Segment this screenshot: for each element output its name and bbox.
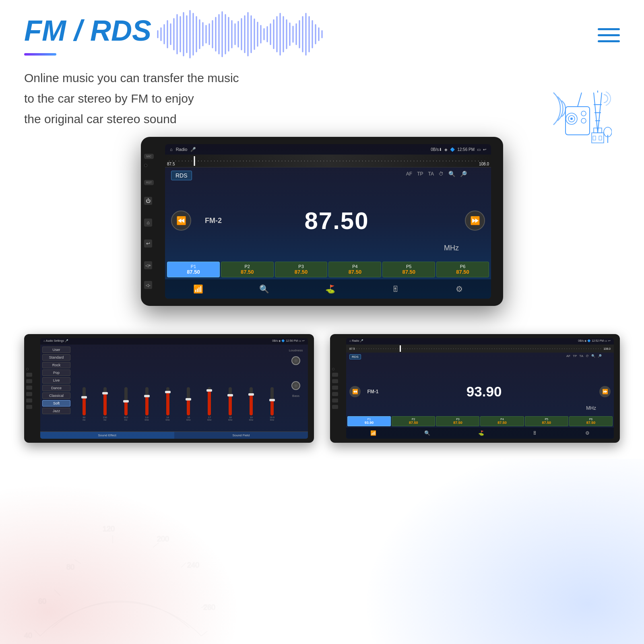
svg-rect-51 [273, 19, 275, 49]
fm-small-preset-1[interactable]: P1 93.90 [347, 416, 391, 426]
eq-preset-dance[interactable]: Dance [42, 385, 70, 391]
fm-small-preset-4[interactable]: P4 87.50 [480, 416, 524, 426]
search-dec-icon[interactable]: 🔍 [448, 171, 455, 177]
fm-map-icon[interactable]: ⛳ [478, 430, 484, 436]
fm-mic-hole [332, 368, 334, 370]
tp-button[interactable]: TP [417, 171, 423, 177]
fm-search-icon[interactable]: 🔍 [424, 430, 430, 436]
eq-home[interactable] [26, 386, 32, 390]
fm-small-preset-3[interactable]: P3 87.50 [436, 416, 479, 426]
eq-right-controls: Loudness Bass [286, 347, 306, 429]
svg-rect-59 [299, 20, 300, 48]
fm-settings-icon[interactable]: ⚙ [585, 430, 590, 436]
sound-effect-tab[interactable]: Sound Effect [40, 431, 174, 439]
svg-rect-60 [302, 16, 303, 52]
status-battery-icon: ▭ [477, 147, 481, 152]
bass-label: Bass [292, 394, 299, 398]
svg-rect-28 [199, 19, 200, 49]
preset-3[interactable]: P3 87.50 [275, 262, 328, 277]
svg-rect-49 [266, 26, 268, 42]
af-button[interactable]: AF [406, 171, 412, 177]
sound-field-tab[interactable]: Sound Field [174, 431, 308, 439]
svg-text:200: 200 [157, 535, 169, 543]
eq-preset-soft[interactable]: Soft [42, 400, 70, 407]
svg-text:260: 260 [203, 603, 215, 611]
eq-volup[interactable] [26, 398, 32, 402]
equalizer-icon[interactable]: 🎚 [392, 285, 400, 294]
map-icon[interactable]: ⛳ [325, 284, 335, 294]
preset-1[interactable]: P1 87.50 [167, 262, 220, 277]
fm-search2-icon[interactable]: 🔎 [598, 354, 602, 358]
fm-small-preset-6[interactable]: P6 87.50 [569, 416, 613, 426]
eq-back[interactable] [26, 392, 32, 396]
svg-rect-83 [599, 136, 602, 140]
svg-rect-26 [192, 13, 194, 56]
svg-point-73 [581, 118, 586, 123]
fm-rds-badge[interactable]: RDS [349, 354, 361, 359]
eq-preset-user[interactable]: User [42, 347, 70, 353]
fm-prev-button[interactable]: ⏪ [349, 386, 361, 397]
fm-eq-icon[interactable]: 🎚 [533, 430, 537, 436]
back-icon[interactable]: ↩ [144, 239, 152, 248]
main-screen: ⌂ Radio 🎤 0B/s⬇ ◈ 🔷 12:56 PM ▭ ↩ 87.5 [165, 144, 491, 299]
fm-rst [332, 373, 338, 377]
eq-preset-standard[interactable]: Standard [42, 354, 70, 361]
svg-rect-15 [157, 30, 159, 38]
svg-rect-38 [231, 20, 233, 48]
eq-power[interactable] [26, 379, 32, 383]
preset-4[interactable]: P4 87.50 [328, 262, 381, 277]
status-time: 12:56 PM [457, 147, 475, 152]
svg-rect-66 [321, 30, 323, 38]
fm-voldown[interactable] [332, 405, 338, 409]
eq-preset-pop[interactable]: Pop [42, 369, 70, 376]
fm-search1-icon[interactable]: 🔍 [591, 354, 595, 358]
search-icon[interactable]: 🔍 [259, 284, 269, 294]
fm-back[interactable] [332, 392, 338, 396]
eq-bottom-tabs: Sound Effect Sound Field [40, 431, 308, 439]
fm-tp-btn[interactable]: TP [573, 354, 577, 358]
eq-preset-rock[interactable]: Rock [42, 362, 70, 368]
rds-badge[interactable]: RDS [171, 171, 192, 180]
fm-power[interactable] [332, 379, 338, 383]
eq-band-14khz: 14kHz [158, 387, 178, 421]
fm-af-btn[interactable]: AF [566, 354, 570, 358]
fm-wifi-icon[interactable]: 📶 [370, 430, 376, 436]
home-icon[interactable]: ⌂ [144, 219, 152, 227]
vol-down-icon[interactable]: ◁- [144, 281, 152, 289]
preset-2[interactable]: P2 87.50 [221, 262, 274, 277]
loudness-knob[interactable] [291, 356, 300, 365]
settings-icon[interactable]: ⚙ [456, 284, 463, 294]
svg-rect-16 [160, 27, 162, 41]
power-icon[interactable]: ⏻ [144, 197, 152, 205]
svg-rect-62 [308, 16, 310, 52]
eq-screen: ⌂ Audio Settings 🎤 0B/s ◈ 🔷 12:56 PM ▭ ↩… [40, 338, 308, 439]
svg-rect-47 [260, 25, 262, 43]
fm-home[interactable] [332, 386, 338, 390]
fm-ta-btn[interactable]: TA [579, 354, 583, 358]
svg-point-70 [570, 118, 573, 120]
next-button[interactable]: ⏩ [465, 211, 485, 231]
fm-small-preset-2[interactable]: P2 87.50 [392, 416, 435, 426]
eq-preset-classical[interactable]: Classical [42, 392, 70, 399]
ta-button[interactable]: TA [428, 171, 434, 177]
fm-next-button[interactable]: ⏩ [599, 386, 611, 397]
fm-volup[interactable] [332, 398, 338, 402]
preset-6[interactable]: P6 87.50 [436, 262, 489, 277]
bass-knob[interactable] [291, 381, 300, 390]
radio-controls: ⏪ FM-2 87.50 MHz ⏩ [165, 180, 491, 262]
prev-button[interactable]: ⏪ [171, 211, 191, 231]
eq-preset-jazz[interactable]: Jazz [42, 408, 70, 414]
preset-5[interactable]: P5 87.50 [382, 262, 435, 277]
eq-preset-live[interactable]: Live [42, 377, 70, 384]
main-status-bar: ⌂ Radio 🎤 0B/s⬇ ◈ 🔷 12:56 PM ▭ ↩ [165, 144, 491, 155]
svg-rect-48 [263, 28, 265, 40]
wifi-icon[interactable]: 📶 [193, 284, 203, 294]
vol-up-icon[interactable]: ◁+ [144, 261, 152, 269]
hamburger-menu[interactable] [598, 28, 620, 42]
svg-point-72 [581, 111, 586, 116]
eq-voldown[interactable] [26, 405, 32, 409]
search-inc-icon[interactable]: 🔎 [460, 171, 467, 177]
svg-rect-18 [167, 20, 168, 48]
fm-small-preset-5[interactable]: P5 87.50 [525, 416, 568, 426]
svg-rect-41 [241, 18, 242, 50]
